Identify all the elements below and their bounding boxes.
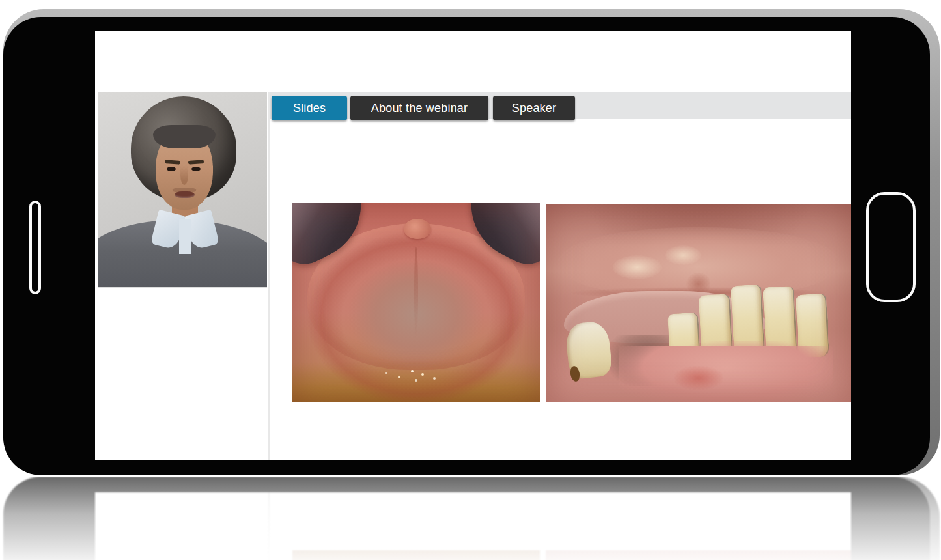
maxilla-papilla <box>404 219 431 239</box>
tab-slides[interactable]: Slides <box>272 96 347 120</box>
slide-image-maxilla-occlusal <box>292 203 540 402</box>
speaker-video-feed <box>98 92 267 287</box>
phone-reflection: Slides About the webinar Speaker <box>0 477 941 560</box>
speaker-eye-left <box>167 167 176 171</box>
page-background: Slides About the webinar Speaker <box>0 0 941 560</box>
smartphone-frame-reflection: Slides About the webinar Speaker <box>3 477 940 560</box>
saliva-glints <box>411 370 414 372</box>
column-divider <box>268 92 270 460</box>
lower-gum <box>619 346 833 402</box>
phone-body-reflection: Slides About the webinar Speaker <box>3 477 930 560</box>
gum-red-patch <box>674 366 723 389</box>
smartphone-frame: Slides About the webinar Speaker <box>3 9 940 475</box>
column-divider-reflection <box>268 492 270 560</box>
ridge-highlight-2 <box>665 245 701 265</box>
phone-body: Slides About the webinar Speaker <box>3 17 930 475</box>
phone-screen: Slides About the webinar Speaker <box>95 31 851 460</box>
slide-image-maxilla-occlusal-reflection <box>292 550 540 560</box>
phone-screen-reflection: Slides About the webinar Speaker <box>95 492 851 560</box>
tab-speaker[interactable]: Speaker <box>493 96 575 120</box>
side-button-left <box>29 201 41 294</box>
ridge-highlight-1 <box>613 255 662 279</box>
slide-image-mandible-frontal <box>546 204 851 402</box>
speaker-shirt-placket <box>179 219 191 254</box>
tab-about-the-webinar[interactable]: About the webinar <box>350 96 488 120</box>
speaker-nose <box>180 165 188 185</box>
speaker-eye-right <box>191 167 201 171</box>
lower-gum-reflection <box>619 550 833 560</box>
speaker-hairline <box>153 125 216 148</box>
speaker-mouth <box>175 191 195 198</box>
side-button-right <box>866 192 916 302</box>
slide-image-mandible-frontal-reflection <box>546 550 851 560</box>
phone-reflection-mirror: Slides About the webinar Speaker <box>0 477 941 560</box>
